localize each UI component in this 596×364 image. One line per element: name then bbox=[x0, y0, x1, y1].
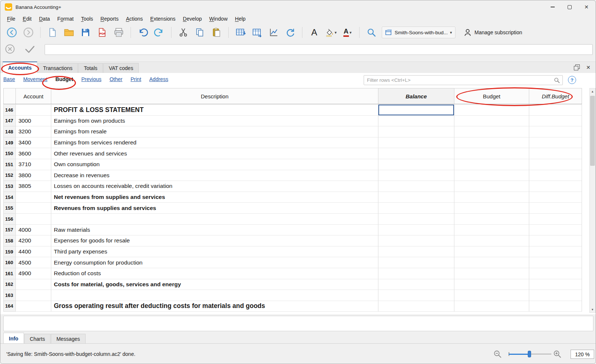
cell-diffbudget[interactable] bbox=[529, 225, 582, 236]
row-number[interactable]: 160 bbox=[3, 257, 15, 268]
minimize-button[interactable] bbox=[544, 0, 561, 14]
cell-account[interactable] bbox=[15, 105, 51, 116]
table-row[interactable]: 163 bbox=[3, 290, 582, 301]
manage-subscription-button[interactable]: Manage subscription bbox=[463, 28, 522, 37]
fill-color-button[interactable]: ▾ bbox=[323, 25, 339, 40]
cell-budget[interactable] bbox=[454, 279, 529, 290]
cell-description[interactable]: Net revenues from supplies and services bbox=[51, 192, 378, 203]
menu-help[interactable]: Help bbox=[231, 14, 249, 23]
cell-balance[interactable] bbox=[378, 214, 454, 225]
zoom-slider[interactable] bbox=[509, 350, 551, 358]
table-row[interactable]: 162Costs for material, goods, services a… bbox=[3, 279, 582, 290]
row-number[interactable]: 150 bbox=[3, 148, 15, 159]
table-row[interactable]: 1513710Own consumption bbox=[3, 159, 582, 170]
tab-vat-codes[interactable]: VAT codes bbox=[103, 63, 139, 73]
cell-budget[interactable] bbox=[454, 225, 529, 236]
view-print[interactable]: Print bbox=[131, 76, 141, 82]
table-row[interactable]: 1533805Losses on accounts receivable, cr… bbox=[3, 181, 582, 192]
cell-budget[interactable] bbox=[454, 214, 529, 225]
cell-balance[interactable] bbox=[378, 203, 454, 214]
view-movement[interactable]: Movement bbox=[23, 76, 47, 82]
cell-description[interactable]: Decrease in revenues bbox=[51, 170, 378, 181]
cell-budget[interactable] bbox=[454, 290, 529, 301]
menu-tools[interactable]: Tools bbox=[77, 14, 97, 23]
cell-description[interactable]: Gross operating result after deducting c… bbox=[51, 301, 378, 312]
scrollbar-thumb[interactable] bbox=[590, 96, 595, 166]
cell-diffbudget[interactable] bbox=[529, 192, 582, 203]
menu-actions[interactable]: Actions bbox=[122, 14, 146, 23]
cell-account[interactable]: 3600 bbox=[15, 148, 51, 159]
copy-button[interactable] bbox=[192, 25, 208, 40]
chart-button[interactable] bbox=[266, 25, 281, 40]
scroll-up-arrow-icon[interactable]: ▲ bbox=[590, 88, 595, 94]
row-number[interactable]: 147 bbox=[3, 116, 15, 127]
cell-diffbudget[interactable] bbox=[529, 116, 582, 127]
cell-budget[interactable] bbox=[454, 181, 529, 192]
accept-edit-button[interactable] bbox=[25, 45, 35, 55]
row-number[interactable]: 148 bbox=[3, 126, 15, 137]
cell-description[interactable] bbox=[51, 290, 378, 301]
cell-balance[interactable] bbox=[378, 257, 454, 268]
table-row[interactable]: 1594400Third party expenses bbox=[3, 246, 582, 258]
menu-window[interactable]: Window bbox=[205, 14, 231, 23]
cut-button[interactable] bbox=[176, 25, 191, 40]
cell-diffbudget[interactable] bbox=[529, 268, 582, 279]
cell-account[interactable]: 3710 bbox=[15, 159, 51, 170]
paste-button[interactable] bbox=[209, 25, 224, 40]
cell-account[interactable]: 3805 bbox=[15, 181, 51, 192]
cell-diffbudget[interactable] bbox=[529, 170, 582, 181]
cell-description[interactable]: Earnings from resale bbox=[51, 126, 378, 137]
cell-account[interactable]: 3800 bbox=[15, 170, 51, 181]
cell-balance[interactable] bbox=[378, 235, 454, 246]
font-color-button[interactable]: A ▾ bbox=[340, 25, 355, 40]
table-row[interactable]: 156 bbox=[3, 214, 582, 225]
row-number[interactable]: 159 bbox=[3, 246, 15, 258]
cell-diffbudget[interactable] bbox=[529, 290, 582, 301]
cell-account[interactable] bbox=[15, 279, 51, 290]
row-number[interactable]: 154 bbox=[3, 192, 15, 203]
cell-balance[interactable] bbox=[378, 301, 454, 312]
table-row[interactable]: 1483200Earnings from resale bbox=[3, 126, 582, 137]
cell-diffbudget[interactable] bbox=[529, 181, 582, 192]
cell-budget[interactable] bbox=[454, 116, 529, 127]
cell-account[interactable]: 3200 bbox=[15, 126, 51, 137]
view-address[interactable]: Address bbox=[149, 76, 168, 82]
row-number[interactable]: 164 bbox=[3, 301, 15, 312]
cell-budget[interactable] bbox=[454, 257, 529, 268]
filter-search-icon[interactable] bbox=[554, 77, 560, 83]
cell-account[interactable]: 3000 bbox=[15, 116, 51, 127]
cell-account[interactable] bbox=[15, 301, 51, 312]
row-number[interactable]: 146 bbox=[3, 105, 15, 116]
new-file-button[interactable] bbox=[45, 25, 60, 40]
cell-account[interactable]: 3400 bbox=[15, 137, 51, 148]
cell-budget[interactable] bbox=[454, 148, 529, 159]
bottom-tab-charts[interactable]: Charts bbox=[24, 334, 51, 344]
search-button[interactable] bbox=[364, 25, 379, 40]
cell-account[interactable]: 4000 bbox=[15, 225, 51, 236]
cell-account[interactable] bbox=[15, 214, 51, 225]
cell-budget[interactable] bbox=[454, 268, 529, 279]
insert-rows-button[interactable] bbox=[233, 25, 248, 40]
row-number[interactable]: 151 bbox=[3, 159, 15, 170]
cell-budget[interactable] bbox=[454, 159, 529, 170]
menu-edit[interactable]: Edit bbox=[19, 14, 35, 23]
table-row[interactable]: 1614900Reduction of costs bbox=[3, 268, 582, 279]
row-number[interactable]: 149 bbox=[3, 137, 15, 148]
cell-account[interactable]: 4900 bbox=[15, 268, 51, 279]
cell-account[interactable] bbox=[15, 290, 51, 301]
cell-balance[interactable] bbox=[378, 137, 454, 148]
close-table-icon[interactable]: ✕ bbox=[586, 64, 590, 70]
cell-description[interactable]: Third party expenses bbox=[51, 246, 378, 258]
cell-budget[interactable] bbox=[454, 203, 529, 214]
open-file-selector[interactable]: Smith-Soons-with-bud... ▾ bbox=[382, 27, 455, 38]
cell-balance[interactable] bbox=[378, 279, 454, 290]
cell-balance[interactable] bbox=[378, 225, 454, 236]
float-window-icon[interactable] bbox=[574, 64, 579, 70]
cell-diffbudget[interactable] bbox=[529, 301, 582, 312]
cell-diffbudget[interactable] bbox=[529, 214, 582, 225]
cell-description[interactable] bbox=[51, 214, 378, 225]
cell-balance[interactable] bbox=[378, 116, 454, 127]
cell-budget[interactable] bbox=[454, 192, 529, 203]
column-header-diffbudget[interactable]: Diff.Budget bbox=[529, 88, 582, 104]
cell-account[interactable]: 4500 bbox=[15, 257, 51, 268]
